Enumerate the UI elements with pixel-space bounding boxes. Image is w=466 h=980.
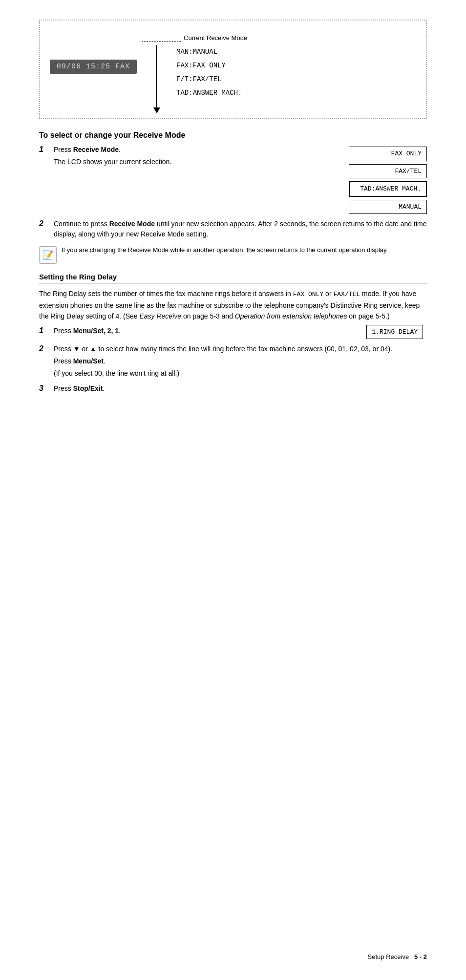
s2-step2-sub: Press Menu/Set. xyxy=(54,356,427,366)
step2-text: Mode xyxy=(135,220,155,228)
step2-number: 2 xyxy=(39,219,50,228)
body1-page: on page 5-3 and xyxy=(181,312,235,320)
mode-item-tad: TAD:ANSWER MACH. xyxy=(176,86,242,100)
body1-code2: FAX/TEL xyxy=(333,291,360,298)
body1-prefix: The Ring Delay sets the number of times … xyxy=(39,290,293,298)
s2-step2-text: to select how many times the line will r… xyxy=(97,345,392,353)
section2-body: The Ring Delay sets the number of times … xyxy=(39,288,427,322)
s2-step2-number: 2 xyxy=(39,344,50,353)
body1-page2: on page 5-5.) xyxy=(347,312,389,320)
step1-row: 1 FAX ONLY FAX/TEL TAD:ANSWER MACH. MANU… xyxy=(39,145,427,214)
s2-step2-prefix: Press xyxy=(54,345,73,353)
s2-step3-content: Press Stop/Exit. xyxy=(54,383,427,394)
step1-number: 1 xyxy=(39,145,50,154)
s2-step3-suffix: . xyxy=(103,384,105,392)
section2-header: Setting the Ring Delay xyxy=(39,273,427,283)
footer-left: Setup Receive xyxy=(368,953,409,960)
body1-code1: FAX ONLY xyxy=(293,291,323,298)
step1-prefix: Press xyxy=(54,146,73,153)
s2-step1-prefix: Press xyxy=(54,327,73,335)
step2-row: 2 Continue to press Receive Mode until y… xyxy=(39,219,427,239)
option-manual: MANUAL xyxy=(349,200,427,214)
s2-step1-suffix: . xyxy=(119,327,121,335)
s2-step1-content: 1.RING DELAY Press Menu/Set, 2, 1. xyxy=(54,326,423,340)
footer: Setup Receive 5 - 2 xyxy=(368,953,427,960)
body1-mid: or xyxy=(323,290,333,298)
option-fax-tel: FAX/TEL xyxy=(349,164,427,179)
step1-content: FAX ONLY FAX/TEL TAD:ANSWER MACH. MANUAL… xyxy=(54,145,427,214)
s2-step3-number: 3 xyxy=(39,383,50,393)
ring-delay-box: 1.RING DELAY xyxy=(366,325,423,340)
s2-step2-sub-bold: Menu/Set xyxy=(73,357,104,365)
note-box: 📝 If you are changing the Receive Mode w… xyxy=(39,245,427,264)
lcd-display: 09/06 15:25 FAX xyxy=(50,60,137,74)
note-text: If you are changing the Receive Mode whi… xyxy=(62,245,388,255)
s2-step2-row: 2 Press ▼ or ▲ to select how many times … xyxy=(39,344,427,379)
s2-step2-sub-prefix: Press xyxy=(54,357,73,365)
step1-suffix: . xyxy=(119,146,121,153)
s2-step2-sub-suffix: . xyxy=(104,357,106,365)
step1-bold: Receive Mode xyxy=(73,146,119,153)
s2-step2-sym: ▼ or ▲ xyxy=(73,345,97,353)
mode-item-ft: F/T:FAX/TEL xyxy=(176,72,242,86)
s2-step2-main: Press ▼ or ▲ to select how many times th… xyxy=(54,344,427,354)
s2-step3-row: 3 Press Stop/Exit. xyxy=(39,383,427,394)
mode-item-manual: MAN:MANUAL xyxy=(176,45,242,59)
s2-step1-row: 1 1.RING DELAY Press Menu/Set, 2, 1. xyxy=(39,326,427,340)
mode-item-fax: FAX:FAX ONLY xyxy=(176,59,242,72)
option-fax-only: FAX ONLY xyxy=(349,147,427,161)
s2-step3-prefix: Press xyxy=(54,384,73,392)
step2-bold1: Receive xyxy=(109,220,135,228)
step2-content: Continue to press Receive Mode until you… xyxy=(54,219,427,239)
s2-step2-content: Press ▼ or ▲ to select how many times th… xyxy=(54,344,427,379)
s2-step3-bold: Stop/Exit xyxy=(73,384,103,392)
options-right: FAX ONLY FAX/TEL TAD:ANSWER MACH. MANUAL xyxy=(349,147,427,214)
current-mode-label: Current Receive Mode xyxy=(181,34,247,42)
s2-step1-number: 1 xyxy=(39,326,50,335)
step2-prefix: Continue to press xyxy=(54,220,109,228)
diagram-left: 09/06 15:25 FAX xyxy=(50,30,137,74)
diagram-box: 09/06 15:25 FAX Current Receive Mode MAN… xyxy=(39,20,427,119)
section1-header: To select or change your Receive Mode xyxy=(39,131,427,140)
s2-step1-bold: Menu/Set, 2, 1 xyxy=(73,327,119,335)
mode-list: MAN:MANUAL FAX:FAX ONLY F/T:FAX/TEL TAD:… xyxy=(167,45,242,100)
body1-italic: Easy Receive xyxy=(139,312,181,320)
s2-step2-note: (If you select 00, the line won't ring a… xyxy=(54,368,427,379)
footer-right: 5 - 2 xyxy=(414,953,427,960)
s2-step3-text: Press Stop/Exit. xyxy=(54,383,427,394)
step2-text: Continue to press Receive Mode until you… xyxy=(54,219,427,239)
note-icon: 📝 xyxy=(39,246,57,264)
option-tad: TAD:ANSWER MACH. xyxy=(349,181,427,197)
body1-italic2: Operation from extension telephones xyxy=(235,312,347,320)
